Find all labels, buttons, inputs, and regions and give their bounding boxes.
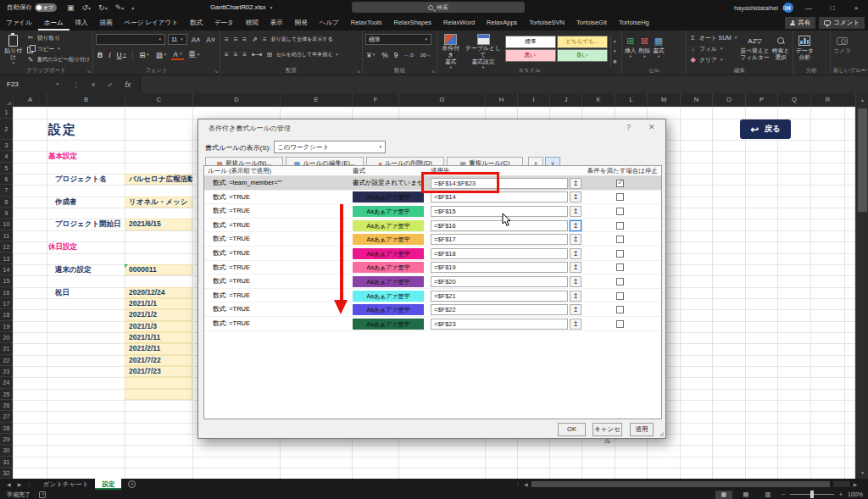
column-header-O[interactable]: O <box>712 93 745 107</box>
rule-row[interactable]: 数式: =TRUEAaあぁアァ亜宇=$F$16↥ <box>204 219 661 233</box>
maximize-icon[interactable]: □ <box>821 0 844 15</box>
cell-B16[interactable]: 祝日 <box>55 287 70 298</box>
rule-row[interactable]: 数式: =TRUEAaあぁアァ亜宇=$F$17↥ <box>204 232 661 247</box>
style-gallery-scroll[interactable]: ▲▼▦ <box>610 36 619 67</box>
row-header-27[interactable]: 27 <box>0 411 13 422</box>
tab-TortoiseSVN[interactable]: TortoiseSVN <box>523 15 570 30</box>
row-header-10[interactable]: 10 <box>0 219 13 230</box>
rule-row[interactable]: 数式: =TRUEAaあぁアァ亜宇=$F$14↥ <box>204 191 661 205</box>
stop-if-true-checkbox[interactable] <box>616 236 624 243</box>
wrap-text-button[interactable]: ≡折り返して全体を表示する <box>261 35 333 44</box>
row-header-3[interactable]: 3 <box>0 140 13 151</box>
applies-to-input[interactable]: =$F$18 <box>431 248 568 259</box>
row-header-13[interactable]: 13 <box>0 253 13 264</box>
align-bottom-icon[interactable]: ≡ <box>241 36 248 43</box>
rule-row[interactable]: 数式: =TRUEAaあぁアァ亜宇=$F$18↥ <box>204 247 661 261</box>
zoom-slider-thumb[interactable] <box>810 491 814 498</box>
orientation-icon[interactable]: ⇗ <box>250 36 259 43</box>
autosum-button[interactable]: Σオート SUM▼ <box>689 33 737 42</box>
format-cells-button[interactable]: ▦書式▼ <box>653 33 665 67</box>
style-chip[interactable]: 悪い <box>505 49 556 62</box>
search-box[interactable]: 検索 <box>352 2 525 13</box>
user-name[interactable]: hayashidataihei <box>734 4 778 12</box>
copy-button[interactable]: コピー▼ <box>27 44 90 53</box>
cell-C22[interactable]: 2021/7/22 <box>125 355 192 366</box>
sheet-next-icon[interactable]: ▶ <box>18 481 22 487</box>
row-header-21[interactable]: 21 <box>0 343 13 354</box>
rule-row[interactable]: 数式: =TRUEAaあぁアァ亜宇=$F$21↥ <box>204 289 661 303</box>
stop-if-true-checkbox[interactable] <box>616 193 624 201</box>
column-header-A[interactable]: A <box>13 93 47 107</box>
cell-B8[interactable]: 作成者 <box>55 197 77 208</box>
clipboard-dialog-launcher-icon[interactable]: ↘ <box>86 68 91 74</box>
style-chip[interactable]: 標準 <box>505 36 556 48</box>
tab-ヘルプ[interactable]: ヘルプ <box>314 15 345 30</box>
row-header-26[interactable]: 26 <box>0 400 13 411</box>
tab-描画[interactable]: 描画 <box>94 15 119 30</box>
column-header-L[interactable]: L <box>615 93 647 107</box>
range-select-button[interactable]: ↥ <box>570 220 581 231</box>
cancel-entry-icon[interactable]: × <box>92 80 96 89</box>
number-dialog-launcher-icon[interactable]: ↘ <box>431 68 435 74</box>
worksheet-scope-select[interactable]: このワークシート▼ <box>274 141 386 153</box>
back-button[interactable]: ↩ 戻る <box>740 119 791 139</box>
percent-icon[interactable]: % <box>380 51 390 59</box>
tab-挿入[interactable]: 挿入 <box>70 15 94 30</box>
sort-filter-button[interactable]: AZ▽並べ替えと フィルター <box>740 33 770 67</box>
underline-button[interactable]: U▼ <box>115 51 129 59</box>
insert-cells-button[interactable]: ⊞挿入▼ <box>625 33 637 67</box>
row-header-2[interactable]: 2 <box>0 119 13 140</box>
column-header-H[interactable]: H <box>485 93 517 107</box>
cell-C14[interactable]: 0000011 <box>125 264 192 275</box>
row-header-30[interactable]: 30 <box>0 445 13 456</box>
currency-icon[interactable]: ¥▼ <box>365 51 377 59</box>
rule-row[interactable]: 数式: =TRUEAaあぁアァ亜宇=$F$22↥ <box>204 302 661 317</box>
align-right-icon[interactable]: ≡ <box>241 51 248 58</box>
stop-if-true-checkbox[interactable] <box>616 278 624 286</box>
undo-icon[interactable]: ↺▾ <box>82 3 92 12</box>
redo-icon[interactable]: ↻▾ <box>98 3 108 12</box>
italic-button[interactable]: I <box>107 51 112 59</box>
row-header-17[interactable]: 17 <box>0 298 13 309</box>
row-header-4[interactable]: 4 <box>0 151 13 162</box>
align-middle-icon[interactable]: ≡ <box>232 36 239 43</box>
insert-function-icon[interactable]: fx <box>125 80 131 89</box>
increase-decimal-icon[interactable]: ←.0 <box>403 53 415 58</box>
zoom-slider[interactable] <box>790 494 834 495</box>
qat-customize-icon[interactable]: ▾ <box>131 5 134 11</box>
row-header-28[interactable]: 28 <box>0 423 13 434</box>
range-select-button[interactable]: ↥ <box>570 276 581 287</box>
tab-ファイル[interactable]: ファイル <box>0 15 38 30</box>
font-color-icon[interactable]: A▼ <box>171 50 184 60</box>
stop-if-true-checkbox[interactable] <box>616 263 624 271</box>
column-header-F[interactable]: F <box>352 93 398 107</box>
applies-to-input[interactable]: =$F$23 <box>431 319 568 330</box>
cell-C17[interactable]: 2021/1/1 <box>125 298 192 309</box>
format-painter-icon[interactable]: ✎▾ <box>115 3 125 12</box>
row-header-31[interactable]: 31 <box>0 457 13 468</box>
name-box[interactable]: F23▼ <box>0 80 66 88</box>
tab-RelaxTools[interactable]: RelaxTools <box>345 15 388 30</box>
tab-数式[interactable]: 数式 <box>184 15 209 30</box>
comma-style-icon[interactable]: 9 <box>392 51 400 59</box>
autosave-switch[interactable]: オフ <box>35 3 57 12</box>
tab-TortoiseHg[interactable]: TortoiseHg <box>613 15 655 30</box>
ribbon-display-options-icon[interactable]: ⊞ <box>773 0 797 15</box>
confirm-entry-icon[interactable]: ✓ <box>107 80 113 89</box>
row-header-18[interactable]: 18 <box>0 309 13 320</box>
cell-B12[interactable]: 休日設定 <box>48 241 77 252</box>
cell-C8[interactable]: リオネル・メッシ <box>125 197 192 208</box>
font-dialog-launcher-icon[interactable]: ↘ <box>214 68 218 74</box>
range-select-button[interactable]: ↥ <box>570 206 581 217</box>
align-left-icon[interactable]: ≡ <box>223 51 230 58</box>
row-header-29[interactable]: 29 <box>0 434 13 445</box>
format-painter-button[interactable]: ✎書式のコピー/貼り付け <box>27 55 90 64</box>
font-name-select[interactable]: ▼ <box>96 34 165 45</box>
tab-ホーム[interactable]: ホーム <box>38 15 70 30</box>
fill-color-icon[interactable]: ▨▼ <box>154 51 170 59</box>
range-select-button[interactable]: ↥ <box>570 291 581 302</box>
column-header-K[interactable]: K <box>581 93 615 107</box>
scroll-up-icon[interactable]: ▲ <box>856 93 868 106</box>
column-header-G[interactable]: G <box>398 93 485 107</box>
cell-C25[interactable] <box>125 389 192 400</box>
